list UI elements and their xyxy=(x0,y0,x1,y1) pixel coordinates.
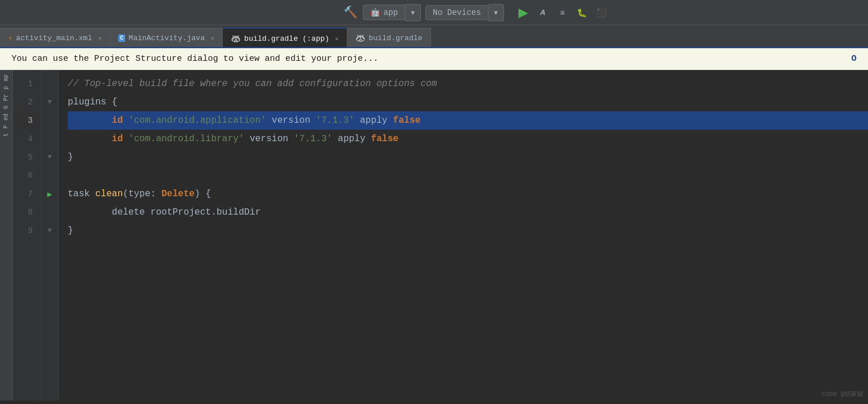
line3-version: version xyxy=(272,111,310,130)
notification-link[interactable]: O xyxy=(851,54,857,64)
sidebar-label-p[interactable]: p xyxy=(2,84,10,92)
line4-sp4 xyxy=(288,130,294,148)
tab-main-activity-label: MainActivity.java xyxy=(129,34,205,42)
sidebar-label-p2[interactable]: P xyxy=(2,123,10,131)
code-line-1: // Top-level build file where you can ad… xyxy=(68,75,868,93)
line7-delete: Delete xyxy=(161,185,195,203)
code-line-2: plugins { xyxy=(68,93,868,111)
gutter-4 xyxy=(41,130,58,148)
run-config-app[interactable]: 🤖 app xyxy=(363,5,405,20)
line2-brace: { xyxy=(112,93,118,111)
gutter-1 xyxy=(41,75,58,93)
tab-activity-main-label: activity_main.xml xyxy=(16,34,92,42)
code-line-9: } xyxy=(68,222,868,240)
gutter-9[interactable]: ▼ xyxy=(41,222,58,240)
line1-comment: // Top-level build file where you can ad… xyxy=(68,75,437,93)
coverage-button[interactable]: ≡ xyxy=(555,5,571,21)
run-gutter-icon-7[interactable]: ▶ xyxy=(47,189,52,199)
tabs-bar: ⚡ activity_main.xml ✕ C MainActivity.jav… xyxy=(0,25,868,48)
line6-empty xyxy=(68,166,73,185)
gutter-5[interactable]: ▼ xyxy=(41,148,58,166)
line3-false: false xyxy=(393,111,421,130)
line4-version: version xyxy=(250,130,288,148)
line5-brace: } xyxy=(68,148,73,166)
editor-container: ap p Pr G ed P t 1 2 3 4 5 6 7 8 9 ▼ ▼ ▶ xyxy=(0,70,868,401)
sidebar-label-g[interactable]: G xyxy=(2,103,10,111)
code-line-4: id 'com.android.library' version '7.1.3'… xyxy=(68,130,868,148)
line8-delete: delete rootProject.buildDir xyxy=(112,203,261,222)
fold-icon-9[interactable]: ▼ xyxy=(48,227,52,235)
line4-false: false xyxy=(371,130,398,148)
line3-apply: apply xyxy=(360,111,393,130)
line3-spaces xyxy=(68,111,112,130)
code-area[interactable]: // Top-level build file where you can ad… xyxy=(59,70,868,401)
code-line-6 xyxy=(68,166,868,185)
fold-icon-5[interactable]: ▼ xyxy=(48,153,52,161)
fold-icon-2[interactable]: ▼ xyxy=(48,98,52,106)
line4-apply: apply xyxy=(332,130,371,148)
tab-build-gradle-label: build.gradle xyxy=(369,34,423,42)
gradle-icon: 🦝 xyxy=(355,33,365,43)
line-num-7: 7 xyxy=(13,185,36,203)
line4-str1: 'com.android.library' xyxy=(129,130,245,148)
line-num-2: 2 xyxy=(13,93,36,111)
gutter-7[interactable]: ▶ xyxy=(41,185,58,203)
line3-sp2 xyxy=(123,111,129,130)
code-line-3: id 'com.android.application' version '7.… xyxy=(68,111,868,130)
line7-close-paren: ) { xyxy=(195,185,211,203)
line-num-8: 8 xyxy=(13,203,36,222)
run-config-selector: 🤖 app ▾ xyxy=(363,4,421,21)
line9-brace: } xyxy=(68,222,73,240)
code-line-8: delete rootProject.buildDir xyxy=(68,203,868,222)
line-num-9: 9 xyxy=(13,222,36,240)
line4-id: id xyxy=(112,130,123,148)
line4-str2: '7.1.3' xyxy=(294,130,332,148)
tab-build-gradle-app-label: build.gradle (:app) xyxy=(244,34,329,43)
toolbar-actions: ▶ A ≡ 🐛 ⬛ xyxy=(516,5,610,21)
line3-apply-sp xyxy=(354,111,360,130)
tab-main-activity[interactable]: C MainActivity.java ✕ xyxy=(110,28,223,48)
no-devices-dropdown[interactable]: ▾ xyxy=(489,4,504,21)
code-line-5: } xyxy=(68,148,868,166)
run-config-dropdown[interactable]: ▾ xyxy=(405,4,421,21)
profile-button[interactable]: 🐛 xyxy=(574,5,590,21)
gutter: ▼ ▼ ▶ ▼ xyxy=(41,70,59,401)
line7-task: task xyxy=(68,185,95,203)
tab-build-gradle-app[interactable]: 🦝 build.gradle (:app) ✕ xyxy=(223,28,347,48)
line7-paren: (type: xyxy=(123,185,161,203)
line3-str2: '7.1.3' xyxy=(316,111,354,130)
notification-text: You can use the Project Structure dialog… xyxy=(11,54,378,64)
line2-plugins: plugins xyxy=(68,93,112,111)
line8-spaces xyxy=(68,203,112,222)
line3-str1: 'com.android.application' xyxy=(129,111,266,130)
tab-main-activity-close[interactable]: ✕ xyxy=(211,34,215,42)
xml-icon: ⚡ xyxy=(8,34,13,43)
gradle-app-icon: 🦝 xyxy=(231,34,241,44)
toolbar: 🔨 🤖 app ▾ No Devices ▾ ▶ A ≡ 🐛 ⬛ xyxy=(0,0,868,25)
code-line-7: task clean(type: Delete) { xyxy=(68,185,868,203)
line3-id: id xyxy=(112,111,123,130)
no-devices-btn[interactable]: No Devices xyxy=(425,5,489,20)
sidebar-label-pr[interactable]: Pr xyxy=(2,92,10,103)
tab-activity-main[interactable]: ⚡ activity_main.xml ✕ xyxy=(0,28,110,48)
build-icon[interactable]: 🔨 xyxy=(342,5,358,21)
android-icon: 🤖 xyxy=(370,7,380,17)
debug-button[interactable]: A xyxy=(535,5,551,21)
tab-activity-main-close[interactable]: ✕ xyxy=(98,34,102,42)
attach-button[interactable]: ⬛ xyxy=(594,5,610,21)
gutter-6 xyxy=(41,166,58,185)
gutter-2[interactable]: ▼ xyxy=(41,93,58,111)
tab-build-gradle-app-close[interactable]: ✕ xyxy=(335,35,339,42)
tab-build-gradle[interactable]: 🦝 build.gradle xyxy=(347,28,431,48)
run-button[interactable]: ▶ xyxy=(516,5,532,21)
no-devices-label: No Devices xyxy=(433,8,481,17)
sidebar-label-ed[interactable]: ed xyxy=(2,111,10,123)
gutter-8 xyxy=(41,203,58,222)
sidebar-label-t[interactable]: t xyxy=(2,131,10,139)
device-selector: No Devices ▾ xyxy=(425,4,504,21)
line-num-6: 6 xyxy=(13,166,36,185)
line4-sp3 xyxy=(244,130,250,148)
line-numbers: 1 2 3 4 5 6 7 8 9 xyxy=(13,70,41,401)
line4-sp2 xyxy=(123,130,129,148)
sidebar-label-ap[interactable]: ap xyxy=(2,72,10,84)
